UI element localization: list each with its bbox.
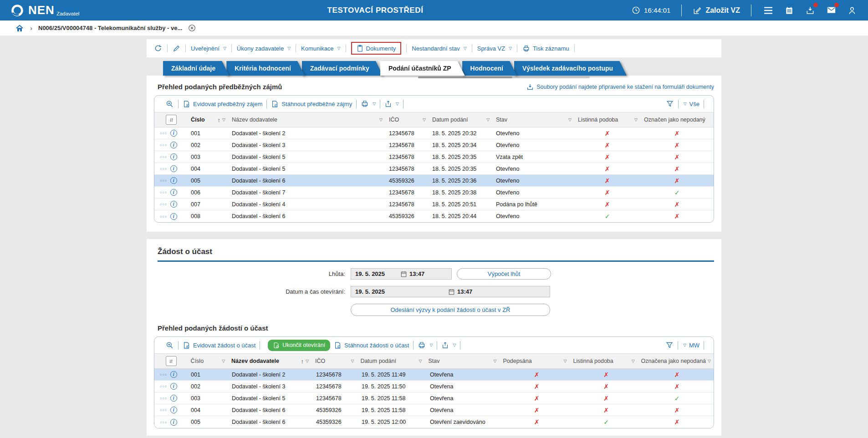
search-button[interactable]	[165, 100, 174, 108]
filter-dropdown-icon[interactable]: ▽	[486, 117, 490, 122]
column-header-oznacena-nepodana[interactable]: Označena jako nepodaná ▽	[638, 354, 714, 368]
calendar-button[interactable]	[783, 5, 795, 16]
column-header-stav[interactable]: Stav ▽	[424, 354, 499, 368]
menu-dokumenty-highlighted[interactable]: Dokumenty	[351, 42, 402, 55]
filter-preset-select[interactable]: ▽ Vše	[683, 101, 700, 107]
table-row[interactable]: ○○○ i 004 Dodavatel - školení 5 12345678…	[154, 163, 714, 175]
column-header-stav[interactable]: Stav ▽	[492, 112, 574, 127]
edit-button[interactable]	[172, 45, 181, 52]
row-menu-icon[interactable]: ○○○	[160, 191, 167, 194]
downloads-button[interactable]	[804, 5, 816, 16]
info-icon[interactable]: i	[170, 165, 177, 172]
home-icon[interactable]	[15, 24, 24, 33]
row-menu-icon[interactable]: ○○○	[160, 203, 167, 206]
row-menu-icon[interactable]: ○○○	[160, 373, 167, 376]
tab[interactable]: Výsledek zadávacího postupu	[514, 61, 627, 76]
menu-button[interactable]	[762, 5, 774, 16]
filter-dropdown-icon[interactable]: ▽	[222, 359, 225, 363]
ukoncit-otevirani-button[interactable]: Ukončit otevírání	[268, 340, 330, 351]
odeslani-vyzvy-button[interactable]: Odeslání výzvy k podání žádosti o účast …	[351, 304, 550, 316]
column-header-cislo[interactable]: Číslo ↑ ▽	[187, 112, 228, 127]
column-header-datum-podani[interactable]: Datum podání ▽	[429, 112, 492, 127]
tab[interactable]: Kritéria hodnocení	[226, 61, 305, 76]
info-icon[interactable]: i	[170, 419, 177, 426]
row-menu-icon[interactable]: ○○○	[160, 215, 167, 218]
filter-dropdown-icon[interactable]: ▽	[351, 359, 354, 363]
row-menu-icon[interactable]: ○○○	[160, 385, 167, 388]
column-header-listinna-podoba[interactable]: Listinná podoba ▽	[570, 354, 638, 368]
column-header-ico[interactable]: IČO ▽	[311, 354, 357, 368]
table-row[interactable]: ○○○ i 003 Dodavatel - školení 5 12345678…	[154, 151, 714, 163]
lhuta-input[interactable]: 19. 5. 2025 13:47	[351, 268, 452, 280]
column-header-podepsana[interactable]: Podepsána ▽	[499, 354, 569, 368]
print-button[interactable]: ▽	[418, 341, 433, 349]
column-settings-button[interactable]	[154, 112, 187, 127]
export-button[interactable]: ▽	[384, 100, 399, 108]
column-header-oznacen-nepodany[interactable]: Označen jako nepodaný	[640, 112, 714, 127]
calendar-picker-icon[interactable]	[401, 271, 407, 277]
menu-uverejneni[interactable]: Uveřejnění ▽	[190, 45, 227, 52]
table-row[interactable]: ○○○ i 005 Dodavatel - školení 6 45359326…	[154, 175, 714, 187]
table-row[interactable]: ○○○ i 003 Dodavatel - školení 5 12345678…	[154, 392, 714, 404]
column-settings-button[interactable]	[154, 354, 187, 368]
info-icon[interactable]: i	[170, 142, 177, 148]
info-icon[interactable]: i	[170, 201, 177, 208]
filter-dropdown-icon[interactable]: ▽	[708, 359, 711, 363]
filter-button[interactable]	[665, 341, 674, 349]
filter-dropdown-icon[interactable]: ▽	[222, 117, 225, 122]
info-icon[interactable]: i	[170, 371, 177, 378]
search-button[interactable]	[165, 341, 174, 350]
evidovat-predbezny-zajem-button[interactable]: Evidovat předběžný zájem	[183, 100, 262, 108]
filter-dropdown-icon[interactable]: ▽	[423, 117, 426, 122]
filter-button[interactable]	[666, 100, 674, 108]
create-vz-button[interactable]: Založit VZ	[693, 6, 740, 15]
column-header-listinna-podoba[interactable]: Listinná podoba ▽	[574, 112, 640, 127]
table-row[interactable]: ○○○ i 001 Dodavatel - školení 2 12345678…	[154, 369, 714, 381]
row-menu-icon[interactable]: ○○○	[160, 408, 167, 412]
column-header-cislo[interactable]: Číslo ▽	[187, 354, 228, 368]
info-icon[interactable]: i	[170, 407, 177, 413]
nen-logo[interactable]: NEN Zadavatel	[10, 3, 79, 18]
table-row[interactable]: ○○○ i 006 Dodavatel - školení 7 12345678…	[154, 187, 714, 199]
filter-dropdown-icon[interactable]: ▽	[379, 117, 383, 122]
menu-tisk-zaznamu[interactable]: Tisk záznamu	[521, 45, 570, 52]
refresh-button[interactable]	[153, 44, 163, 52]
tabs-horizontal-scrollbar[interactable]	[418, 76, 590, 78]
row-menu-icon[interactable]: ○○○	[160, 155, 167, 158]
filter-dropdown-icon[interactable]: ▽	[306, 359, 309, 363]
filter-dropdown-icon[interactable]: ▽	[632, 359, 635, 363]
scrollbar-thumb[interactable]	[418, 76, 512, 78]
otevirani-input[interactable]: 19. 5. 2025 13:47	[351, 286, 550, 297]
row-menu-icon[interactable]: ○○○	[160, 143, 167, 147]
info-icon[interactable]: i	[170, 130, 177, 137]
export-button[interactable]: ▽	[441, 341, 456, 349]
info-icon[interactable]: i	[170, 177, 177, 184]
info-icon[interactable]: i	[170, 189, 177, 196]
info-icon[interactable]: i	[170, 395, 177, 402]
tab[interactable]: Zadávací podmínky	[302, 61, 383, 76]
table-row[interactable]: ○○○ i 007 Dodavatel - školení 4 12345678…	[154, 199, 714, 210]
table-row[interactable]: ○○○ i 001 Dodavatel - školení 2 12345678…	[154, 127, 714, 139]
tab[interactable]: Podání účastníků ZP	[380, 61, 465, 76]
column-header-nazev[interactable]: Název dodavatele ▽	[228, 112, 385, 127]
menu-ukony-zadavatele[interactable]: Úkony zadavatele ▽	[236, 45, 291, 52]
row-menu-icon[interactable]: ○○○	[160, 167, 167, 170]
calendar-picker-icon[interactable]	[449, 289, 454, 295]
info-icon[interactable]: i	[170, 383, 177, 390]
column-header-datum-podani[interactable]: Datum podání ▽	[357, 354, 424, 368]
row-menu-icon[interactable]: ○○○	[160, 397, 167, 400]
row-menu-icon[interactable]: ○○○	[160, 421, 167, 424]
table-row[interactable]: ○○○ i 002 Dodavatel - školení 3 12345678…	[154, 139, 714, 151]
evidovat-zadost-button[interactable]: Evidovat žádost o účast	[183, 341, 255, 349]
row-menu-icon[interactable]: ○○○	[160, 132, 167, 135]
column-header-nazev[interactable]: Název dodavatele ↑ ▽	[228, 354, 311, 368]
close-icon[interactable]	[188, 24, 196, 32]
filter-dropdown-icon[interactable]: ▽	[564, 359, 567, 363]
table-row[interactable]: ○○○ i 004 Dodavatel - školení 6 45359326…	[154, 404, 714, 416]
stahnout-predbezne-zajmy-button[interactable]: Stáhnout předběžné zájmy	[271, 100, 352, 108]
table-row[interactable]: ○○○ i 002 Dodavatel - školení 3 12345678…	[154, 381, 714, 392]
messages-button[interactable]	[825, 5, 837, 16]
user-profile-button[interactable]	[846, 5, 858, 16]
filter-dropdown-icon[interactable]: ▽	[634, 117, 638, 122]
menu-nestandardni-stav[interactable]: Nestandardní stav ▽	[411, 45, 467, 52]
